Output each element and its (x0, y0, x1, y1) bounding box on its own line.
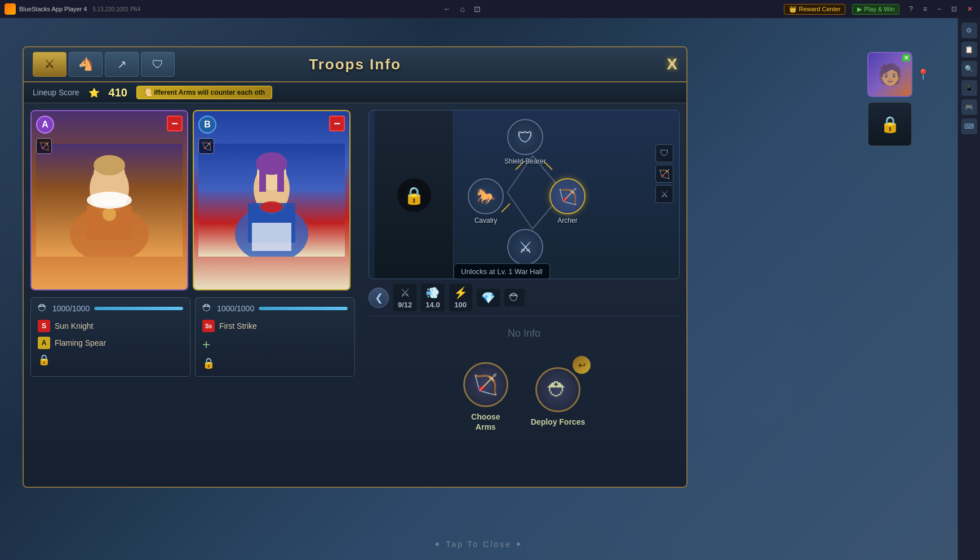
choose-arms-label: ChooseArms (471, 412, 500, 432)
svg-rect-13 (259, 169, 266, 192)
tip-icon: 📜 (144, 89, 152, 96)
trophy-icon: ▶ (857, 6, 862, 13)
hero-remove-tachibana[interactable]: − (329, 116, 345, 131)
hero-type-icon-el-cid: 🏹 (36, 138, 52, 154)
close-button[interactable]: ✕ (964, 4, 975, 14)
lock-icon-tachibana: 🔒 (202, 357, 215, 369)
profile-widgets: 🧑 ✕ 📍 🔒 (867, 52, 929, 147)
tachibana-troop-count-row: ⛑ 1000/1000 (202, 302, 348, 314)
corner-sword-icon: ⚔ (655, 185, 673, 203)
locked-troop-slot: 🔒 (375, 111, 454, 279)
spearman-icon: ⚔ (507, 229, 543, 265)
tap-dots-right: · · · (527, 540, 546, 549)
tip-text: ifferent Arms will counter each oth (154, 89, 265, 96)
tab-troop[interactable]: ⚔ (33, 52, 66, 77)
hero-type-icon-tachibana: 🏹 (198, 138, 214, 154)
arms-node-archer[interactable]: 🏹 Archer (549, 178, 586, 224)
score-value: 410 (109, 86, 127, 99)
hero-rank-el-cid: A (36, 116, 54, 134)
sidebar-icon-1[interactable]: ⚙ (961, 23, 977, 38)
help-button[interactable]: ? (906, 4, 916, 14)
troop-bar-fill-el-cid (94, 307, 183, 310)
hero-name-tachibana: Tachibana Ginchiyo (194, 289, 349, 290)
skill-badge-a: A (38, 337, 50, 349)
hero-info-section: ⛑ 1000/1000 S Sun Knight A Flam (30, 297, 355, 377)
play-win-button[interactable]: ▶ Play & Win (852, 4, 899, 15)
shield-bearer-label: Shield-Bearer (504, 157, 546, 165)
unlock-tooltip: Unlocks at Lv. 1 War Hall (454, 263, 550, 279)
arrow-left-icon: ❮ (375, 292, 383, 304)
minimize-button[interactable]: − (934, 4, 944, 14)
score-label: Lineup Score (33, 88, 79, 97)
reward-center-button[interactable]: 👑 Reward Center (784, 4, 846, 15)
deploy-forces-icon: ⛑ (535, 367, 580, 412)
modal-title: Troops Info (309, 56, 401, 73)
tap-icon-right: ✦ (515, 540, 524, 549)
choose-arms-icon: 🏹 (463, 362, 508, 407)
window-controls: ? ≡ − ⊡ ✕ (906, 4, 975, 14)
stat-troops: ⚔ 9/12 (393, 284, 416, 311)
power-icon: ⚡ (454, 286, 468, 299)
maximize-button[interactable]: ⊡ (948, 4, 960, 14)
deploy-forces-label: Deploy Forces (531, 417, 585, 427)
troop-bar-fill-tachibana (259, 307, 348, 310)
skill-row-flaming-spear: A Flaming Spear (38, 334, 183, 351)
locked-slot: 🔒 (867, 102, 912, 147)
el-cid-info: ⛑ 1000/1000 S Sun Knight A Flam (30, 297, 190, 377)
add-skill-icon[interactable]: + (202, 337, 210, 352)
arms-node-shield-bearer[interactable]: 🛡 Shield-Bearer (504, 119, 546, 165)
stat-gem: 💎 (477, 289, 500, 307)
tab-cavalry[interactable]: 🐴 (69, 52, 103, 77)
score-bar: Lineup Score ⭐ 410 📜 ifferent Arms will … (24, 82, 686, 103)
skill-row-add-tachibana[interactable]: + (202, 334, 348, 355)
corner-shield-icon: 🛡 (655, 144, 673, 162)
prev-button[interactable]: ❮ (369, 288, 389, 308)
skill-badge-ss: Ss (202, 320, 215, 332)
heroes-column: A 🏹 − (24, 103, 362, 487)
stat-speed: 💨 14.0 (421, 284, 444, 311)
hero-remove-el-cid[interactable]: − (167, 116, 183, 131)
modal-close-button[interactable]: X (667, 55, 677, 73)
heroes-row: A 🏹 − (30, 110, 355, 290)
action-buttons: 🏹 ChooseArms ↩ ⛑ Deploy Forces (369, 351, 680, 443)
hero-card-tachibana[interactable]: B 🏹 − (193, 110, 351, 290)
back-button[interactable]: ← (440, 3, 455, 15)
gem-icon: 💎 (481, 291, 495, 305)
shield-bearer-icon: 🛡 (507, 119, 543, 155)
skill-row-sun-knight: S Sun Knight (38, 318, 183, 334)
profile-card[interactable]: 🧑 ✕ (867, 52, 912, 97)
modal-tabs: ⚔ 🐴 ↗ 🛡 (33, 52, 175, 77)
hero-art-el-cid (32, 111, 187, 289)
sidebar-icon-4[interactable]: 📱 (961, 80, 977, 96)
tip-box: 📜 ifferent Arms will counter each oth (136, 86, 272, 99)
no-info-text: No Info (369, 316, 680, 351)
window-button[interactable]: ⊡ (471, 3, 484, 15)
skill-row-lock-tachibana: 🔒 (202, 355, 348, 372)
hero-card-el-cid[interactable]: A 🏹 − (30, 110, 188, 290)
hero-name-el-cid: El Cid (32, 289, 187, 290)
modal-content: A 🏹 − (24, 103, 686, 487)
sidebar-icon-3[interactable]: 🔍 (961, 61, 977, 77)
right-sidebar: ⚙ 📋 🔍 📱 🎮 ⌨ (957, 18, 980, 560)
sidebar-icon-6[interactable]: ⌨ (961, 118, 977, 134)
svg-point-16 (260, 201, 283, 213)
home-button[interactable]: ⌂ (457, 3, 468, 15)
tab-share[interactable]: ↗ (105, 52, 139, 77)
troop-bar-el-cid (94, 307, 183, 310)
sidebar-icon-5[interactable]: 🎮 (961, 99, 977, 115)
deploy-forces-button[interactable]: ⛑ Deploy Forces (531, 367, 585, 427)
menu-button[interactable]: ≡ (920, 4, 930, 14)
deploy-icon-stat: ⛑ (504, 289, 525, 306)
arms-node-cavalry[interactable]: 🐎 Cavalry (468, 178, 504, 224)
sidebar-icon-2[interactable]: 📋 (961, 42, 977, 58)
power-value: 100 (454, 301, 467, 309)
tap-to-close[interactable]: · · · ✦ Tap To Close ✦ · · · (411, 540, 547, 549)
choose-arms-button[interactable]: 🏹 ChooseArms (463, 362, 508, 432)
stats-row: ❮ ⚔ 9/12 💨 14.0 ⚡ 100 💎 (369, 279, 680, 316)
titlebar-left: BlueStacks App Player 4 5.13.220.1001 P6… (5, 3, 140, 15)
tap-dots-left: · · · (411, 540, 431, 549)
troop-count-el-cid: 1000/1000 (52, 304, 90, 313)
speed-icon: 💨 (425, 286, 440, 299)
tab-shield[interactable]: 🛡 (141, 52, 175, 77)
svg-line-20 (507, 192, 533, 229)
